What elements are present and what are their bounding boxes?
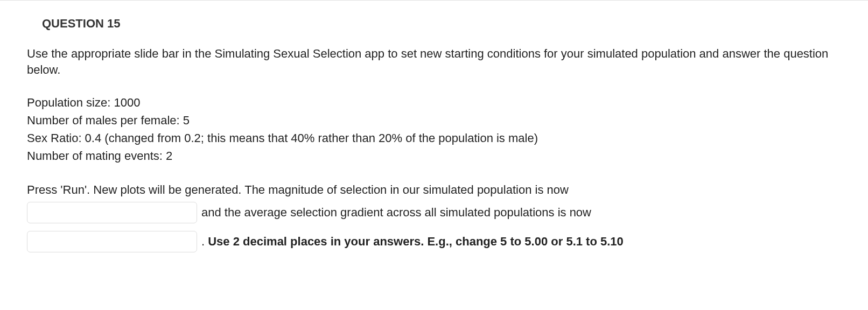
param-population-size: Population size: 1000 xyxy=(27,94,841,111)
parameters-block: Population size: 1000 Number of males pe… xyxy=(27,94,841,165)
decimal-places-note: Use 2 decimal places in your answers. E.… xyxy=(208,235,624,248)
prompt-text: Press 'Run'. New plots will be generated… xyxy=(27,181,841,199)
answer-row-1: and the average selection gradient acros… xyxy=(27,202,841,223)
param-mating-events: Number of mating events: 2 xyxy=(27,147,841,165)
after-input-1-text: and the average selection gradient acros… xyxy=(201,206,591,220)
param-sex-ratio: Sex Ratio: 0.4 (changed from 0.2; this m… xyxy=(27,129,841,147)
question-container: QUESTION 15 Use the appropriate slide ba… xyxy=(0,0,868,281)
magnitude-input[interactable] xyxy=(27,202,197,223)
param-males-per-female: Number of males per female: 5 xyxy=(27,111,841,129)
after-input-2-wrapper: . Use 2 decimal places in your answers. … xyxy=(201,235,624,249)
after-input-2-prefix: . xyxy=(201,235,208,248)
intro-paragraph: Use the appropriate slide bar in the Sim… xyxy=(27,46,841,78)
question-title: QUESTION 15 xyxy=(42,17,841,31)
answer-row-2: . Use 2 decimal places in your answers. … xyxy=(27,231,841,252)
gradient-input[interactable] xyxy=(27,231,197,252)
